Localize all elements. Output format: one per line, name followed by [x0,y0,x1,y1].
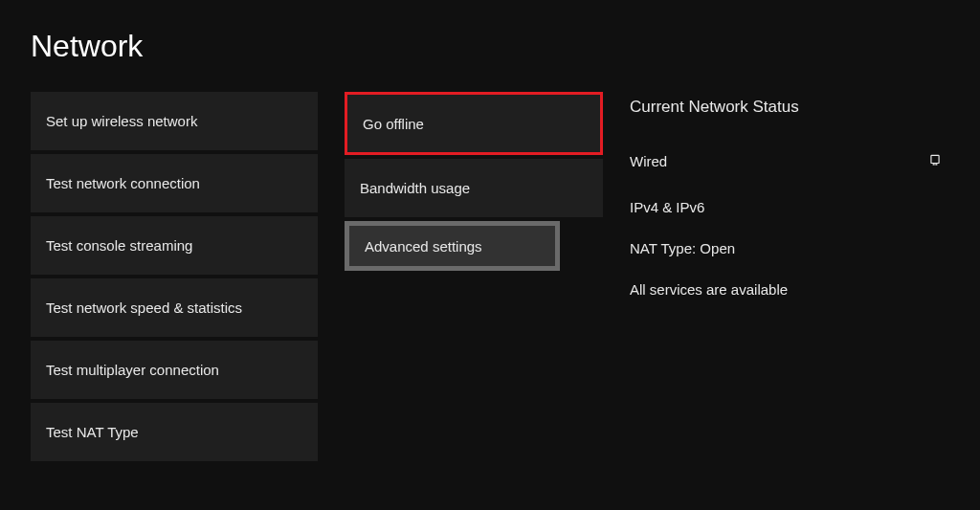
setup-wireless-button[interactable]: Set up wireless network [31,92,318,150]
connection-type-row: Wired [630,147,949,174]
page-title: Network [31,29,143,64]
nat-type-label: NAT Type: Open [630,240,949,256]
status-heading: Current Network Status [630,98,949,117]
svg-rect-0 [931,155,939,163]
ethernet-icon [928,153,942,169]
ip-protocol-label: IPv4 & IPv6 [630,199,949,215]
test-console-streaming-button[interactable]: Test console streaming [31,216,318,275]
middle-column: Go offline Bandwidth usage Advanced sett… [345,92,603,461]
test-nat-type-button[interactable]: Test NAT Type [31,403,318,461]
left-column: Set up wireless network Test network con… [31,92,318,461]
bandwidth-usage-button[interactable]: Bandwidth usage [345,159,603,217]
content-area: Set up wireless network Test network con… [31,92,949,461]
go-offline-button[interactable]: Go offline [345,92,603,155]
advanced-settings-button[interactable]: Advanced settings [345,221,560,271]
test-multiplayer-button[interactable]: Test multiplayer connection [31,341,318,399]
test-network-connection-button[interactable]: Test network connection [31,154,318,212]
connection-type-label: Wired [630,153,667,169]
services-label: All services are available [630,281,949,298]
status-column: Current Network Status Wired IPv4 & IPv6… [630,92,949,461]
test-network-speed-button[interactable]: Test network speed & statistics [31,278,318,337]
